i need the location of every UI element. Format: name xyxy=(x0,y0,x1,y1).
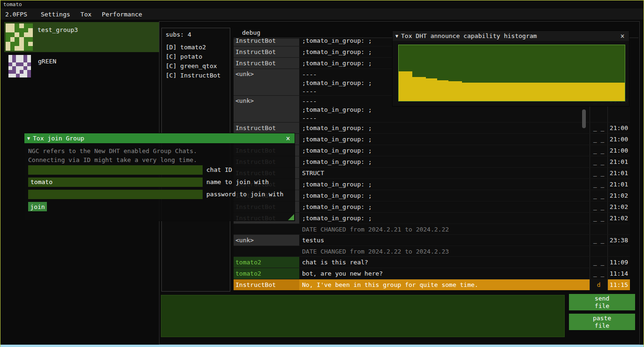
chat-message-row[interactable]: <unk>testus_ _23:38 xyxy=(234,234,630,246)
message-flags: _ _ xyxy=(590,145,607,156)
histogram-bar xyxy=(462,83,625,101)
message-time: 11:15 xyxy=(607,279,630,290)
menu-item-settings[interactable]: Settings xyxy=(36,8,76,20)
message-flags: _ _ xyxy=(590,123,607,133)
message-flags: _ _ xyxy=(590,213,607,224)
join-titlebar[interactable]: ▼ Tox join Group × xyxy=(24,133,295,143)
message-text: testus xyxy=(299,237,590,244)
message-author: tomato2 xyxy=(234,268,299,279)
resize-grip-icon[interactable] xyxy=(288,214,294,220)
message-flags xyxy=(590,224,607,234)
group-name: test_group3 xyxy=(38,26,78,51)
message-text: No, I've been in this group for quite so… xyxy=(299,279,590,290)
window-bottom-border xyxy=(0,345,644,347)
message-author: <unk> xyxy=(234,235,299,246)
member-item[interactable]: [D] tomato2 xyxy=(166,43,226,52)
message-text: ;tomato_in_group: ; xyxy=(299,215,590,222)
chat-message-row[interactable]: tomato2chat is this real?_ _11:09 xyxy=(234,256,630,268)
message-flags xyxy=(590,246,607,256)
message-author: InstructBot xyxy=(234,46,299,57)
chat-id-input[interactable] xyxy=(28,165,203,175)
message-time: 11:14 xyxy=(607,268,630,279)
chat-message-row[interactable]: InstructBotNo, I've been in this group f… xyxy=(234,279,630,290)
chat-scrollbar[interactable] xyxy=(582,109,586,128)
date-separator-text: DATE CHANGED from 2024.2.22 to 2024.2.23 xyxy=(299,248,590,255)
message-input[interactable] xyxy=(161,295,565,337)
chat-message-row[interactable]: InstructBot;tomato_in_group: ;_ _21:00 xyxy=(234,122,630,133)
message-text: ;tomato_in_group: ; xyxy=(299,203,590,210)
menubar: 2.0FPS Settings Tox Performance xyxy=(0,8,644,20)
menu-item-tox[interactable]: Tox xyxy=(76,8,97,20)
group-item-test-group3[interactable]: test_group3 xyxy=(4,22,159,52)
message-text: STRUCT xyxy=(299,170,590,177)
message-text: ;tomato_in_group: ; xyxy=(299,124,590,131)
histogram-bar xyxy=(437,80,448,101)
menu-item-performance[interactable]: Performance xyxy=(97,8,147,20)
window-title: tomato xyxy=(3,1,22,8)
message-time: 21:00 xyxy=(607,145,630,156)
group-avatar-test-group3-icon xyxy=(6,23,33,51)
member-item[interactable]: [C] InstructBot xyxy=(166,71,226,80)
message-time xyxy=(607,224,630,234)
group-avatar-green-icon xyxy=(8,55,31,77)
member-item[interactable]: [C] green_qtox xyxy=(166,62,226,71)
message-author: InstructBot xyxy=(234,123,299,133)
tab-debug[interactable]: debug xyxy=(234,28,260,38)
message-flags: d xyxy=(590,279,607,290)
message-text: ;tomato_in_group: ; xyxy=(299,192,590,199)
date-separator[interactable]: DATE CHANGED from 2024.2.21 to 2024.2.22 xyxy=(234,224,630,234)
join-info-line: Connecting via ID might take a very long… xyxy=(28,156,197,163)
collapse-arrow-icon[interactable]: ▼ xyxy=(27,136,30,141)
join-info-line: NGC refers to the New DHT enabled Group … xyxy=(28,147,197,154)
join-password-input[interactable] xyxy=(28,190,203,199)
message-author: <unk> xyxy=(234,96,299,122)
message-time: 21:02 xyxy=(607,213,630,224)
group-item-green[interactable]: gREEN xyxy=(4,53,159,81)
join-name-input[interactable]: tomato xyxy=(28,177,203,187)
join-password-label: password to join with xyxy=(206,191,283,198)
message-time: 21:02 xyxy=(607,201,630,212)
message-time: 21:01 xyxy=(607,168,630,178)
collapse-arrow-icon[interactable]: ▼ xyxy=(395,33,398,39)
message-author: tomato2 xyxy=(234,257,299,268)
message-flags: _ _ xyxy=(590,235,607,246)
message-flags: _ _ xyxy=(590,168,607,178)
fps-counter: 2.0FPS xyxy=(0,11,32,18)
paste-file-button[interactable]: paste file xyxy=(569,314,635,330)
message-flags: _ _ xyxy=(590,201,607,212)
close-icon[interactable]: × xyxy=(284,134,292,143)
message-time: 21:01 xyxy=(607,179,630,190)
close-icon[interactable]: × xyxy=(619,32,626,40)
message-time xyxy=(607,246,630,256)
message-text: bot, are you new here? xyxy=(299,270,590,277)
message-flags: _ _ xyxy=(590,257,607,268)
message-author xyxy=(234,246,299,256)
histogram-title: Tox DHT announce capability histogram xyxy=(401,32,616,39)
app-window: tomato 2.0FPS Settings Tox Performance t… xyxy=(0,0,644,347)
message-author: InstructBot xyxy=(234,58,299,69)
window-titlebar[interactable]: tomato xyxy=(0,0,644,8)
member-item[interactable]: [C] potato xyxy=(166,52,226,62)
message-flags: _ _ xyxy=(590,156,607,167)
histogram-plot xyxy=(398,45,625,101)
message-time: 11:09 xyxy=(607,257,630,268)
histogram-window: ▼ Tox DHT announce capability histogram … xyxy=(392,31,629,107)
subs-title: subs: 4 xyxy=(166,31,226,38)
histogram-bar xyxy=(412,77,426,101)
message-time: 21:02 xyxy=(607,190,630,201)
chat-message-row[interactable]: tomato2bot, are you new here?_ _11:14 xyxy=(234,268,630,279)
message-time: 21:00 xyxy=(607,123,630,133)
histogram-titlebar[interactable]: ▼ Tox DHT announce capability histogram … xyxy=(393,31,629,41)
message-text: ;tomato_in_group: ; xyxy=(299,147,590,154)
message-flags: _ _ xyxy=(590,268,607,279)
join-name-label: name to join with xyxy=(206,178,269,185)
date-separator-text: DATE CHANGED from 2024.2.21 to 2024.2.22 xyxy=(299,226,590,233)
message-text: ;tomato_in_group: ; xyxy=(299,181,590,188)
send-file-button[interactable]: send file xyxy=(569,294,635,310)
message-author: <unk> xyxy=(234,69,299,95)
member-list: [D] tomato2[C] potato[C] green_qtox[C] I… xyxy=(166,43,226,80)
message-flags: _ _ xyxy=(590,179,607,190)
date-separator[interactable]: DATE CHANGED from 2024.2.22 to 2024.2.23 xyxy=(234,246,630,256)
join-button[interactable]: join xyxy=(28,202,47,211)
message-author: InstructBot xyxy=(234,279,299,290)
